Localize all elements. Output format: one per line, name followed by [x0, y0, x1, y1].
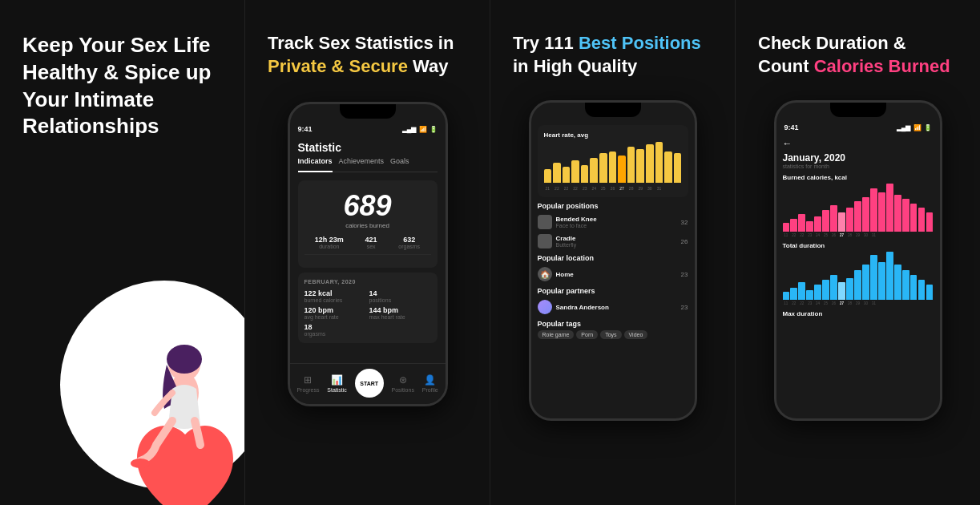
tag-porn[interactable]: Porn: [576, 330, 598, 339]
dur-bar-0: [783, 292, 789, 300]
chart-bar-2: [563, 167, 571, 183]
chart-bar-5: [590, 158, 598, 183]
stat-orgasms: 632 orgasms: [398, 236, 420, 249]
cal-bar-1: [790, 219, 797, 232]
dur-bar-2: [798, 282, 805, 301]
panel-4-headline: Check Duration & Count Calories Burned: [758, 32, 950, 78]
cal-bar-14: [894, 195, 901, 232]
chart-bar-13: [664, 152, 672, 184]
panel-2: Track Sex Statistics in Private & Secure…: [244, 0, 490, 505]
chart-bar-8: [618, 156, 626, 183]
tab-goals[interactable]: Goals: [390, 157, 409, 168]
dur-bar-10: [862, 265, 869, 300]
phone-frame-3: Heart rate, avg 212222222324252627282930…: [529, 100, 697, 421]
tab-indicators[interactable]: Indicators: [298, 157, 333, 172]
position-avatar-2: [538, 234, 552, 248]
cal-bar-9: [854, 201, 861, 232]
status-bar-2: 9:41 ▂▄▆ 📶 🔋: [290, 122, 446, 135]
max-duration-chart: Max duration: [783, 310, 934, 317]
dur-bar-18: [926, 285, 933, 300]
dur-bar-4: [814, 285, 821, 300]
dur-bar-6: [830, 275, 837, 300]
location-item: 🏠 Home 23: [538, 265, 688, 284]
status-icons-2: ▂▄▆ 📶 🔋: [402, 126, 438, 133]
dur-bar-1: [790, 288, 797, 300]
dur-bar-3: [806, 290, 813, 301]
status-bar-4: 9:41 ▂▄▆ 📶 🔋: [776, 120, 940, 133]
cal-bar-2: [798, 214, 805, 232]
phone-frame-4: 9:41 ▂▄▆ 📶 🔋 ← January, 2020 statistics …: [774, 100, 942, 421]
duration-bars: [783, 252, 934, 300]
cal-bar-17: [918, 208, 925, 232]
svg-point-4: [131, 459, 150, 468]
chart-bar-6: [599, 153, 607, 183]
chart-bar-9: [627, 147, 635, 183]
status-icons-4: ▂▄▆ 📶 🔋: [897, 124, 932, 131]
tag-toys[interactable]: Toys: [600, 330, 621, 339]
panel-2-headline: Track Sex Statistics in Private & Secure…: [268, 32, 454, 78]
phone-4-content: ← January, 2020 statistics for month Bur…: [776, 133, 940, 418]
dur-bar-12: [878, 262, 885, 301]
cal-bar-4: [814, 216, 821, 232]
location-icon: 🏠: [538, 267, 552, 281]
cal-bar-11: [870, 188, 877, 232]
cal-bar-15: [902, 199, 909, 232]
stat-sex: 421 sex: [365, 236, 377, 249]
cal-bar-8: [846, 208, 853, 232]
calories-labels: 112222232425262728293031: [783, 233, 934, 237]
phone-frame-2: 9:41 ▂▄▆ 📶 🔋 Statistic Indicators Achiev…: [288, 102, 448, 406]
panel-1: Keep Your Sex Life Healthy & Spice up Yo…: [0, 0, 244, 505]
panel-3-headline: Try 111 Best Positions in High Quality: [513, 32, 701, 78]
phone-notch-2: [340, 104, 396, 119]
cal-bar-7: [838, 212, 845, 232]
nav-statistic[interactable]: 📊 Statistic: [327, 374, 347, 393]
cal-bar-18: [926, 212, 933, 232]
dur-bar-9: [854, 270, 861, 301]
nav-positions[interactable]: ⊛ Positions: [391, 374, 413, 393]
bottom-nav-2: ⊞ Progress 📊 Statistic START ⊛ Positions…: [290, 363, 446, 404]
svg-point-3: [167, 345, 202, 374]
cal-bar-0: [783, 223, 789, 232]
dur-bar-5: [822, 280, 829, 300]
tab-achievements[interactable]: Achievements: [339, 157, 385, 168]
back-row: ←: [783, 138, 934, 149]
cal-bar-13: [886, 184, 893, 232]
chart-bar-3: [571, 160, 579, 183]
tag-video[interactable]: Video: [624, 330, 648, 339]
stat-duration: 12h 23m duration: [315, 236, 344, 249]
tags-row: Role game Porn Toys Video: [538, 330, 688, 339]
cal-bar-10: [862, 197, 869, 232]
month-grid: 122 kcal burned calories 14 positions 12…: [304, 289, 431, 320]
dur-bar-11: [870, 255, 877, 300]
panel-3: Try 111 Best Positions in High Quality H…: [490, 0, 735, 505]
chart-bar-11: [646, 144, 654, 183]
cal-bar-5: [822, 210, 829, 232]
stat-tabs: Indicators Achievements Goals: [298, 157, 438, 172]
chart-bar-1: [553, 163, 561, 184]
chart-bars: [544, 142, 682, 184]
calories-chart: Burned calories, kcal 112222232425262728…: [783, 174, 934, 237]
position-avatar-1: [538, 215, 552, 229]
cal-bar-3: [806, 221, 813, 232]
nav-progress[interactable]: ⊞ Progress: [296, 374, 319, 393]
dur-bar-17: [918, 280, 925, 300]
cal-bar-16: [910, 204, 917, 232]
chart-bar-10: [636, 149, 644, 184]
summary-stats: 12h 23m duration 421 sex 632 orgasms: [304, 236, 431, 255]
cal-bar-12: [878, 192, 885, 232]
phone-2-content: Statistic Indicators Achievements Goals …: [290, 135, 446, 363]
nav-start-button[interactable]: START: [355, 369, 384, 398]
partner-item: Sandra Anderson 23: [538, 297, 688, 317]
chart-bar-0: [544, 169, 552, 183]
tag-role-game[interactable]: Role game: [538, 330, 575, 339]
chart-labels: 21222222232425262728293031: [544, 186, 682, 191]
panel-1-headline: Keep Your Sex Life Healthy & Spice up Yo…: [22, 32, 212, 140]
panel-4: Check Duration & Count Calories Burned 9…: [735, 0, 980, 505]
nav-profile[interactable]: 👤 Profile: [422, 374, 438, 393]
chart-bar-4: [581, 165, 589, 184]
phone-notch-4: [830, 103, 886, 117]
phone-notch-3: [585, 103, 641, 117]
panel-1-illustration: [60, 208, 244, 505]
duration-chart: Total duration 112222232425262728293031: [783, 242, 934, 305]
phone-3-content: Heart rate, avg 212222222324252627282930…: [531, 120, 695, 418]
